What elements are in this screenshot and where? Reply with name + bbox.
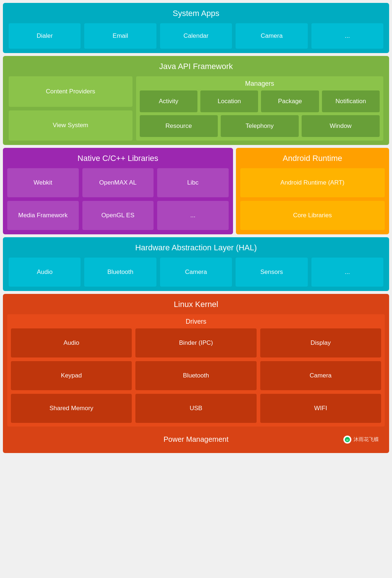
native-libc: Libc (157, 168, 229, 197)
system-app-email: Email (84, 23, 156, 49)
managers-panel: Managers Activity Location Package Notif… (136, 76, 383, 141)
driver-wifi: WIFI (260, 394, 381, 423)
android-runtime-title: Android Runtime (240, 152, 385, 165)
drivers-title: Drivers (11, 318, 381, 326)
driver-display: Display (260, 328, 381, 357)
system-app-more: ... (311, 23, 383, 49)
android-runtime-grid: Android Runtime (ART) Core Libraries (240, 168, 385, 230)
hal-title: Hardware Abstraction Layer (HAL) (9, 242, 383, 254)
java-api-layer: Java API Framework Content Providers Vie… (3, 56, 389, 145)
system-app-camera: Camera (236, 23, 307, 49)
native-libraries-layer: Native C/C++ Libraries Webkit OpenMAX AL… (3, 148, 233, 234)
content-providers-cell: Content Providers (9, 76, 132, 107)
managers-row1: Activity Location Package Notification (140, 90, 380, 112)
hal-grid: Audio Bluetooth Camera Sensors ... (9, 258, 383, 287)
power-management-bar: Power Management w 沐雨花飞蝶 (7, 430, 385, 449)
svg-text:w: w (346, 438, 349, 442)
manager-notification: Notification (322, 90, 380, 112)
manager-telephony: Telephony (221, 115, 299, 137)
hal-more: ... (311, 258, 383, 287)
driver-usb: USB (135, 394, 256, 423)
android-runtime-art: Android Runtime (ART) (240, 168, 385, 197)
watermark-text: 沐雨花飞蝶 (354, 436, 379, 443)
native-opengl: OpenGL ES (82, 201, 154, 230)
native-webkit: Webkit (7, 168, 79, 197)
android-runtime-layer: Android Runtime Android Runtime (ART) Co… (236, 148, 389, 234)
manager-package: Package (261, 90, 319, 112)
driver-keypad: Keypad (11, 361, 132, 390)
driver-binder: Binder (IPC) (135, 328, 256, 357)
linux-kernel-layer: Linux Kernel Drivers Audio Binder (IPC) … (3, 294, 389, 453)
native-more: ... (157, 201, 229, 230)
drivers-section: Drivers Audio Binder (IPC) Display Keypa… (7, 314, 385, 427)
hal-sensors: Sensors (236, 258, 307, 287)
managers-title: Managers (140, 80, 380, 88)
power-management-title: Power Management (164, 435, 229, 444)
watermark: w 沐雨花飞蝶 (343, 436, 379, 444)
system-apps-title: System Apps (9, 7, 383, 20)
hal-camera: Camera (160, 258, 232, 287)
java-api-left: Content Providers View System (9, 76, 132, 141)
hal-audio: Audio (9, 258, 81, 287)
middle-row: Native C/C++ Libraries Webkit OpenMAX AL… (3, 148, 389, 234)
driver-bluetooth: Bluetooth (135, 361, 256, 390)
manager-resource: Resource (140, 115, 218, 137)
system-app-dialer: Dialer (9, 23, 81, 49)
native-libraries-title: Native C/C++ Libraries (7, 152, 229, 165)
hal-bluetooth: Bluetooth (84, 258, 156, 287)
wechat-icon: w (343, 436, 351, 444)
linux-kernel-title: Linux Kernel (7, 298, 385, 311)
driver-shared-memory: Shared Memory (11, 394, 132, 423)
driver-camera: Camera (260, 361, 381, 390)
hal-layer: Hardware Abstraction Layer (HAL) Audio B… (3, 237, 389, 291)
manager-window: Window (302, 115, 380, 137)
manager-location: Location (200, 90, 258, 112)
driver-audio: Audio (11, 328, 132, 357)
java-api-content: Content Providers View System Managers A… (9, 76, 383, 141)
native-media-framework: Media Framework (7, 201, 79, 230)
native-grid: Webkit OpenMAX AL Libc Media Framework O… (7, 168, 229, 230)
system-apps-grid: Dialer Email Calendar Camera ... (9, 23, 383, 49)
java-api-title: Java API Framework (9, 60, 383, 73)
android-runtime-core: Core Libraries (240, 201, 385, 230)
system-apps-layer: System Apps Dialer Email Calendar Camera… (3, 3, 389, 53)
managers-row2: Resource Telephony Window (140, 115, 380, 137)
view-system-cell: View System (9, 110, 132, 141)
system-app-calendar: Calendar (160, 23, 232, 49)
drivers-grid: Audio Binder (IPC) Display Keypad Blueto… (11, 328, 381, 423)
native-openmax: OpenMAX AL (82, 168, 154, 197)
manager-activity: Activity (140, 90, 197, 112)
